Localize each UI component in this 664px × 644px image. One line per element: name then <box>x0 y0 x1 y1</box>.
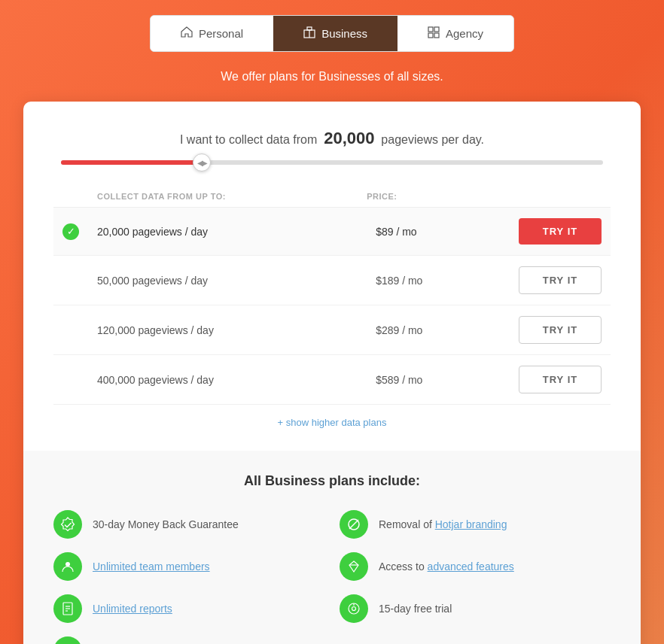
svg-marker-10 <box>349 561 358 572</box>
no-brand-icon <box>340 510 368 539</box>
slider-arrows-icon: ◀▶ <box>197 159 206 167</box>
check-cell-1: ✓ <box>53 208 88 256</box>
pageviews-cell-3: 120,000 pageviews / day <box>88 305 367 355</box>
btn-cell-1: TRY IT <box>490 208 611 256</box>
storage-icon <box>53 636 82 644</box>
pageviews-value: 20,000 <box>324 129 374 147</box>
svg-rect-1 <box>307 27 312 30</box>
tab-agency-label: Agency <box>446 27 483 40</box>
unlimited-team-link[interactable]: Unlimited team members <box>93 560 210 573</box>
pricing-row-3: 120,000 pageviews / day $289 / mo TRY IT <box>53 305 611 355</box>
svg-line-8 <box>349 520 358 529</box>
feature-item-4: Data storage for 365 days <box>53 636 324 644</box>
features-section: All Business plans include: 30-day Money… <box>23 451 641 644</box>
pricing-table: COLLECT DATA FROM UP TO: PRICE: ✓ 20,000… <box>53 186 611 405</box>
pageviews-cell-1: 20,000 pageviews / day <box>88 208 367 256</box>
feature-label-7: 15-day free trial <box>379 603 452 615</box>
tab-agency[interactable]: Agency <box>397 16 513 51</box>
check-cell-2 <box>53 256 88 305</box>
pageviews-label: I want to collect data from 20,000 pagev… <box>53 129 611 148</box>
tab-personal[interactable]: Personal <box>151 16 273 51</box>
check-cell-4 <box>53 355 88 405</box>
pricing-row-1: ✓ 20,000 pageviews / day $89 / mo TRY IT <box>53 208 611 256</box>
btn-cell-4: TRY IT <box>490 355 611 405</box>
advanced-features-link[interactable]: advanced features <box>428 560 514 573</box>
slider-thumb[interactable]: ◀▶ <box>193 153 211 172</box>
try-it-button-2[interactable]: TRY IT <box>519 266 602 294</box>
pageviews-suffix: pageviews per day. <box>381 133 484 146</box>
try-it-button-4[interactable]: TRY IT <box>519 366 602 393</box>
feature-item-7: 15-day free trial <box>340 594 611 623</box>
diamond-icon <box>340 552 368 581</box>
pricing-row-4: 400,000 pageviews / day $589 / mo TRY IT <box>53 355 611 405</box>
features-grid: 30-day Money Back Guarantee Removal of H… <box>53 510 611 644</box>
svg-point-17 <box>352 607 356 611</box>
feature-item-6: Access to advanced features <box>340 552 611 581</box>
col-action-header <box>490 186 611 208</box>
col-check-header <box>53 186 88 208</box>
tab-business[interactable]: Business <box>273 16 397 51</box>
check-cell-3 <box>53 305 88 355</box>
price-cell-3: $289 / mo <box>367 305 490 355</box>
feature-label-6: Access to advanced features <box>379 560 514 573</box>
pageviews-cell-4: 400,000 pageviews / day <box>88 355 367 405</box>
hotjar-branding-link[interactable]: Hotjar branding <box>435 518 507 530</box>
personal-icon <box>181 26 193 41</box>
features-title: All Business plans include: <box>53 473 611 489</box>
btn-cell-3: TRY IT <box>490 305 611 355</box>
business-icon <box>303 26 315 41</box>
price-cell-1: $89 / mo <box>367 208 490 256</box>
svg-rect-3 <box>428 27 433 32</box>
pageviews-cell-2: 50,000 pageviews / day <box>88 256 367 305</box>
show-more-link[interactable]: + show higher data plans <box>53 417 611 428</box>
tab-navigation: Personal Business Agency <box>150 15 514 52</box>
feature-item-1: 30-day Money Back Guarantee <box>53 510 324 539</box>
col-price-header: PRICE: <box>367 186 490 208</box>
slider-container: ◀▶ <box>61 160 603 165</box>
feature-label-1: 30-day Money Back Guarantee <box>93 518 239 530</box>
feature-item-5: Removal of Hotjar branding <box>340 510 611 539</box>
feature-item-2: Unlimited team members <box>53 552 324 581</box>
report-icon <box>53 594 82 623</box>
svg-rect-4 <box>434 27 439 32</box>
feature-label-2: Unlimited team members <box>93 560 210 573</box>
page-subtitle: We offer plans for Businesses of all siz… <box>221 70 443 84</box>
feature-label-3: Unlimited reports <box>93 603 172 615</box>
tab-business-label: Business <box>321 27 367 40</box>
badge-check-icon <box>53 510 82 539</box>
svg-rect-6 <box>434 33 439 38</box>
pricing-row-2: 50,000 pageviews / day $189 / mo TRY IT <box>53 256 611 305</box>
check-icon-1: ✓ <box>62 223 79 240</box>
trial-icon <box>340 594 368 623</box>
person-icon <box>53 552 82 581</box>
try-it-button-3[interactable]: TRY IT <box>519 316 602 344</box>
unlimited-reports-link[interactable]: Unlimited reports <box>93 603 172 615</box>
slider-track: ◀▶ <box>61 160 603 165</box>
feature-label-5: Removal of Hotjar branding <box>379 518 507 530</box>
col-pageviews-header: COLLECT DATA FROM UP TO: <box>88 186 367 208</box>
price-cell-4: $589 / mo <box>367 355 490 405</box>
try-it-button-1[interactable]: TRY IT <box>519 218 602 245</box>
svg-rect-5 <box>428 33 433 38</box>
pageviews-section: I want to collect data from 20,000 pagev… <box>53 129 611 165</box>
tab-personal-label: Personal <box>199 27 243 40</box>
price-cell-2: $189 / mo <box>367 256 490 305</box>
btn-cell-2: TRY IT <box>490 256 611 305</box>
slider-fill <box>61 160 202 165</box>
main-card: I want to collect data from 20,000 pagev… <box>23 102 641 644</box>
svg-point-9 <box>65 562 70 567</box>
agency-icon <box>428 26 440 41</box>
pageviews-prefix: I want to collect data from <box>180 133 317 146</box>
feature-item-3: Unlimited reports <box>53 594 324 623</box>
